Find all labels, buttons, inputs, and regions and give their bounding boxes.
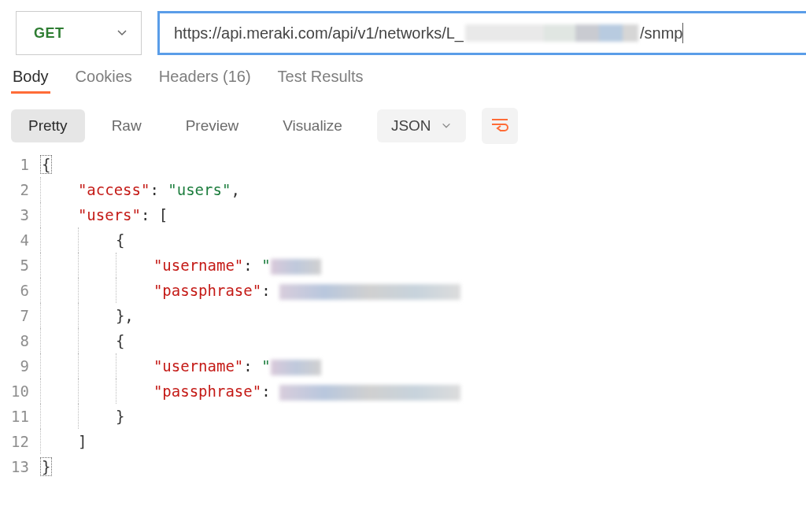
line-number: 8 (11, 328, 29, 353)
json-key: "username" (153, 257, 243, 274)
line-number: 6 (11, 278, 29, 303)
code-line: { (40, 328, 460, 353)
punc: , (124, 307, 133, 324)
line-number: 11 (11, 404, 29, 429)
preview-button[interactable]: Preview (168, 109, 257, 142)
code-line: { (40, 227, 460, 253)
line-number: 7 (11, 303, 29, 328)
code-lines: { "access": "users", "users": [ { "usern… (40, 152, 460, 479)
code-line: "passphrase": (40, 379, 460, 404)
obscured-network-id (465, 24, 638, 42)
wrap-icon (490, 116, 509, 135)
text-caret (682, 23, 683, 43)
quote: " (261, 357, 270, 375)
wrap-lines-button[interactable] (482, 108, 518, 144)
punc: : (243, 257, 261, 274)
chevron-down-icon (116, 27, 128, 39)
brace-close: } (116, 408, 124, 425)
request-url-input[interactable]: https://api.meraki.com/api/v1/networks/L… (157, 11, 806, 55)
tab-headers[interactable]: Headers (16) (157, 68, 253, 86)
tab-cookies[interactable]: Cookies (74, 68, 134, 86)
punc: : (261, 382, 279, 400)
punc: , (231, 181, 239, 198)
line-number: 10 (11, 379, 29, 404)
punc: : (141, 206, 159, 224)
json-key: "access" (78, 181, 150, 198)
quote: " (261, 257, 270, 274)
line-number: 13 (11, 454, 29, 479)
url-prefix: https://api.meraki.com/api/v1/networks/L… (174, 24, 464, 42)
line-number: 5 (11, 253, 29, 278)
json-key: "passphrase" (153, 382, 261, 400)
obscured-username (271, 259, 321, 275)
punc: : (243, 357, 261, 375)
response-body-code[interactable]: 1 2 3 4 5 6 7 8 9 10 11 12 13 { "access"… (0, 144, 806, 479)
tab-body[interactable]: Body (11, 68, 50, 86)
line-number: 4 (11, 227, 29, 253)
http-method-selector[interactable]: GET (16, 11, 142, 55)
body-view-mode-group: Pretty Raw Preview Visualize (11, 109, 360, 142)
response-tabs: Body Cookies Headers (16) Test Results (0, 68, 806, 94)
url-suffix: /snmp (640, 24, 682, 42)
code-line: } (40, 454, 460, 479)
line-number: 9 (11, 353, 29, 379)
bracket-close: ] (78, 433, 87, 450)
line-number: 2 (11, 177, 29, 202)
punc: : (261, 282, 279, 299)
code-line: }, (40, 303, 460, 328)
brace-open: { (116, 332, 124, 349)
code-line: "username": " (40, 253, 460, 278)
json-key: "username" (153, 357, 243, 375)
bracket-open: [ (159, 206, 168, 224)
code-line: "passphrase": (40, 278, 460, 303)
obscured-username (271, 360, 321, 375)
tab-test-results[interactable]: Test Results (276, 68, 365, 86)
obscured-passphrase (279, 284, 460, 300)
code-line: } (40, 404, 460, 429)
brace-open: { (116, 231, 124, 249)
code-line: "username": " (40, 353, 460, 379)
pretty-button[interactable]: Pretty (11, 109, 85, 142)
body-toolbar: Pretty Raw Preview Visualize JSON (0, 94, 806, 144)
line-number: 12 (11, 429, 29, 454)
line-number: 3 (11, 202, 29, 227)
brace-close: } (116, 307, 124, 324)
json-key: "passphrase" (153, 282, 261, 299)
visualize-button[interactable]: Visualize (265, 109, 360, 142)
raw-button[interactable]: Raw (94, 109, 159, 142)
code-line: ] (40, 429, 460, 454)
brace-close: } (40, 457, 52, 476)
code-line: { (40, 152, 460, 177)
line-number-gutter: 1 2 3 4 5 6 7 8 9 10 11 12 13 (11, 152, 40, 479)
request-url-text: https://api.meraki.com/api/v1/networks/L… (174, 24, 682, 42)
json-string: "users" (168, 181, 231, 198)
body-format-select[interactable]: JSON (377, 109, 466, 142)
line-number: 1 (11, 152, 29, 177)
json-key: "users" (78, 206, 141, 224)
punc: : (150, 181, 168, 198)
brace-open: { (40, 155, 52, 174)
body-format-label: JSON (391, 117, 431, 135)
chevron-down-icon (441, 120, 452, 131)
http-method-label: GET (34, 25, 65, 42)
obscured-passphrase (279, 385, 460, 401)
code-line: "access": "users", (40, 177, 460, 202)
code-line: "users": [ (40, 202, 460, 227)
